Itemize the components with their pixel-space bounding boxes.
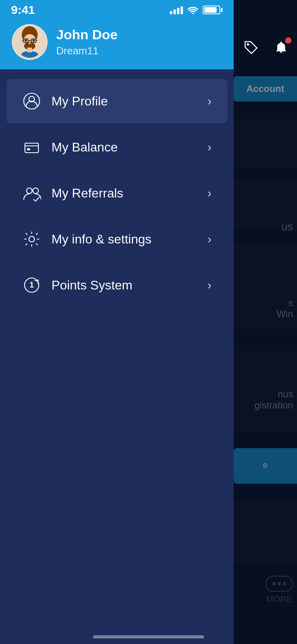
svg-point-20 bbox=[27, 188, 32, 194]
status-time: 9:41 bbox=[11, 3, 35, 17]
wifi-icon bbox=[187, 6, 199, 14]
sidebar-item-label: My Referrals bbox=[51, 186, 197, 201]
avatar bbox=[12, 24, 48, 60]
user-row: John Doe Dream11 bbox=[12, 24, 222, 60]
status-bar: 9:41 bbox=[0, 0, 234, 20]
svg-rect-15 bbox=[27, 48, 32, 52]
svg-point-13 bbox=[32, 39, 35, 42]
sidebar-item-points-system[interactable]: 1 Points System › bbox=[6, 263, 227, 307]
svg-point-25 bbox=[37, 280, 39, 281]
battery-icon bbox=[203, 6, 223, 14]
sidebar-item-my-profile[interactable]: My Profile › bbox=[6, 79, 227, 123]
status-icons bbox=[170, 6, 223, 14]
svg-point-14 bbox=[29, 42, 31, 44]
svg-text:1: 1 bbox=[29, 280, 34, 289]
signal-icon bbox=[170, 6, 183, 14]
referrals-icon bbox=[22, 184, 41, 203]
svg-rect-18 bbox=[25, 143, 38, 153]
sidebar-item-label: My Profile bbox=[51, 94, 197, 109]
chevron-right-icon: › bbox=[208, 94, 211, 108]
balance-icon bbox=[22, 138, 41, 157]
settings-icon bbox=[22, 230, 41, 249]
chevron-right-icon: › bbox=[208, 232, 211, 246]
home-indicator bbox=[93, 635, 204, 638]
svg-rect-19 bbox=[27, 148, 30, 150]
tag-icon-wrap[interactable] bbox=[239, 36, 263, 59]
chevron-right-icon: › bbox=[208, 140, 211, 154]
sidebar-item-label: My info & settings bbox=[51, 232, 197, 247]
profile-icon bbox=[22, 92, 41, 111]
svg-point-12 bbox=[25, 39, 27, 42]
avatar-image bbox=[12, 25, 47, 59]
bell-icon-wrap[interactable] bbox=[269, 36, 293, 59]
chevron-right-icon: › bbox=[208, 186, 211, 200]
drawer-menu: My Profile › My Balance › bbox=[0, 69, 234, 644]
sidebar-item-label: My Balance bbox=[51, 140, 197, 155]
svg-point-0 bbox=[247, 43, 249, 46]
user-info: John Doe Dream11 bbox=[56, 27, 118, 57]
user-subtitle: Dream11 bbox=[56, 45, 118, 57]
points-icon: 1 bbox=[22, 276, 41, 295]
top-right-icons bbox=[239, 36, 293, 59]
svg-point-22 bbox=[29, 236, 34, 242]
notification-badge bbox=[285, 37, 291, 44]
chevron-right-icon: › bbox=[208, 278, 211, 292]
sidebar-item-my-balance[interactable]: My Balance › bbox=[6, 125, 227, 169]
user-name: John Doe bbox=[56, 27, 118, 42]
tag-icon bbox=[243, 39, 259, 56]
svg-point-21 bbox=[33, 188, 38, 194]
navigation-drawer: 9:41 bbox=[0, 0, 234, 644]
sidebar-item-my-info-settings[interactable]: My info & settings › bbox=[6, 217, 227, 261]
sidebar-item-label: Points System bbox=[51, 278, 197, 293]
sidebar-item-my-referrals[interactable]: My Referrals › bbox=[6, 171, 227, 215]
